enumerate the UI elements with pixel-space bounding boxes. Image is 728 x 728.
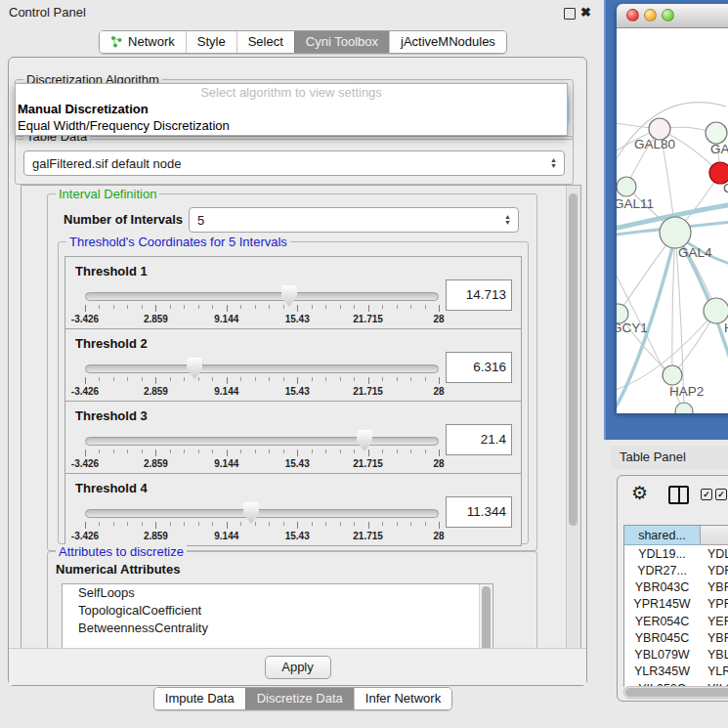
threshold-slider[interactable]: -3.4262.8599.14415.4321.71528 [85,429,439,472]
minor-tick [127,450,128,453]
minor-tick [312,450,313,453]
tab-network[interactable]: Network [100,31,186,53]
cell-name[interactable]: YBL079W [700,648,728,662]
zoom-traffic-light-icon[interactable] [662,9,674,21]
table-horizontal-scrollbar[interactable] [623,686,728,699]
major-tick [227,305,228,312]
minor-tick [312,522,313,526]
cell-name[interactable]: YPR145W [700,597,728,611]
close-traffic-light-icon[interactable] [626,9,639,21]
slider-track[interactable] [85,292,439,301]
slider-track[interactable] [85,364,439,373]
tab-impute-data[interactable]: Impute Data [154,688,245,709]
threshold-value-field[interactable]: 14.713 [446,279,512,311]
table-row[interactable]: YPR145WYPR145W [624,596,728,613]
table-row[interactable]: YBL079WYBL079W [624,647,728,664]
popup-item-manual-discretization[interactable]: Manual Discretization [16,101,567,117]
threshold-row-4: Threshold 4 -3.4262.8599.14415.4321.7152… [65,474,521,545]
cell-shared-name[interactable]: YLR345W [624,664,700,678]
tab-style[interactable]: Style [186,31,236,53]
settings-scrollpane: Interval Definition Number of Intervals … [21,185,581,650]
checkbox-checked-icon[interactable]: ✓ [715,489,727,500]
minor-tick [127,522,128,526]
threshold-label: Threshold 2 [75,336,148,351]
cell-shared-name[interactable]: YBL079W [624,648,700,662]
gear-icon[interactable]: ⚙ [631,482,648,505]
cell-shared-name[interactable]: YBR045C [624,631,700,645]
table-row[interactable]: YBR043CYBR043C [624,579,728,596]
table-data-combobox[interactable]: galFiltered.sif default node ▲▼ [23,150,565,176]
threshold-slider[interactable]: -3.4262.8599.14415.4321.71528 [85,357,439,400]
scrollbar-thumb[interactable] [569,193,578,526]
node-bottom-partial[interactable] [675,403,693,413]
combo-stepper-icon[interactable]: ▲▼ [504,214,511,226]
list-item[interactable]: TopologicalCoefficient [63,602,492,620]
network-canvas[interactable]: GAL80 GA C GAL11 GAL4 GCY1 H HAP2 [617,28,728,413]
cell-name[interactable]: YER054C [700,615,728,628]
tick-label: 15.43 [285,314,310,324]
checkbox-checked-icon[interactable]: ✓ [701,489,712,500]
tab-jactivemnodules[interactable]: jActiveMNodules [389,31,506,53]
list-item[interactable]: BetweennessCentrality [63,620,492,637]
table-row[interactable]: YLR345WYLR345W [624,664,728,680]
table-row[interactable]: YDR27...YDR27... [624,562,728,578]
cell-name[interactable]: YBR043C [700,580,728,594]
popup-item-equal-width-frequency[interactable]: Equal Width/Frequency Discretization [16,117,567,134]
tab-cyni-toolbox[interactable]: Cyni Toolbox [294,31,389,53]
scrollbar-thumb[interactable] [625,688,728,697]
list-scrollbar-thumb[interactable] [482,586,491,650]
tab-infer-network[interactable]: Infer Network [354,688,451,709]
threshold-label: Threshold 1 [75,264,148,278]
tab-select[interactable]: Select [236,31,294,53]
tick-label: 9.144 [214,531,238,541]
bottom-tabbar: Impute Data Discretize Data Infer Networ… [0,687,606,710]
column-header-shared-name[interactable]: shared... [624,526,701,545]
network-window-titlebar[interactable] [617,4,728,28]
threshold-value-field[interactable]: 11.344 [446,496,512,528]
major-tick [85,522,86,529]
slider-track[interactable] [85,437,439,446]
minimize-traffic-light-icon[interactable] [644,9,657,21]
cell-name[interactable]: YBR045C [700,631,728,645]
cell-name[interactable]: YDR27... [700,564,728,578]
minor-tick [255,377,256,381]
cyni-toolbox-panel: Discretization Algorithm Select algorith… [8,57,587,686]
minor-tick [340,450,341,453]
column-header-name[interactable]: n [701,526,728,545]
tick-label: -3.426 [71,314,99,324]
cell-shared-name[interactable]: YPR145W [624,597,700,611]
settings-vertical-scrollbar[interactable] [566,186,580,649]
threshold-value-field[interactable]: 6.316 [446,352,512,383]
float-window-icon[interactable] [564,8,576,20]
node-gal11[interactable] [617,177,636,196]
node-hap2[interactable] [663,365,682,385]
cell-name[interactable]: YLR345W [700,664,728,678]
cell-shared-name[interactable]: YDR27... [624,564,700,578]
cell-shared-name[interactable]: YBR043C [624,580,700,594]
threshold-value-field[interactable]: 21.4 [446,424,512,455]
tab-discretize-data[interactable]: Discretize Data [245,688,354,709]
threshold-slider[interactable]: -3.4262.8599.14415.4321.71528 [85,284,439,327]
network-nodes-icon [110,35,123,48]
tick-label: 21.715 [353,458,383,469]
combo-stepper-icon[interactable]: ▲▼ [550,157,557,169]
cell-shared-name[interactable]: YER054C [624,615,700,628]
table-row[interactable]: YDL19...YDL19... [624,545,728,562]
node-gal4[interactable] [660,217,691,248]
apply-button[interactable]: Apply [265,656,331,679]
cell-shared-name[interactable]: YDL19... [624,547,700,561]
table-row[interactable]: YER054CYER054C [624,613,728,629]
minor-tick [425,305,426,309]
list-item[interactable]: SelfLoops [63,584,492,602]
cell-name[interactable]: YDL19... [700,547,728,561]
node-top-right[interactable] [706,122,727,144]
node-label: GAL4 [678,245,712,260]
threshold-slider[interactable]: -3.4262.8599.14415.4321.71528 [85,501,439,544]
table-row[interactable]: YBR045CYBR045C [624,629,728,646]
close-icon[interactable]: ✖ [580,4,591,21]
column-split-icon[interactable] [668,486,689,504]
list-scrollbar[interactable] [479,584,492,650]
minor-tick [184,450,185,453]
number-of-intervals-combobox[interactable]: 5 ▲▼ [189,207,519,233]
slider-track[interactable] [85,509,439,518]
